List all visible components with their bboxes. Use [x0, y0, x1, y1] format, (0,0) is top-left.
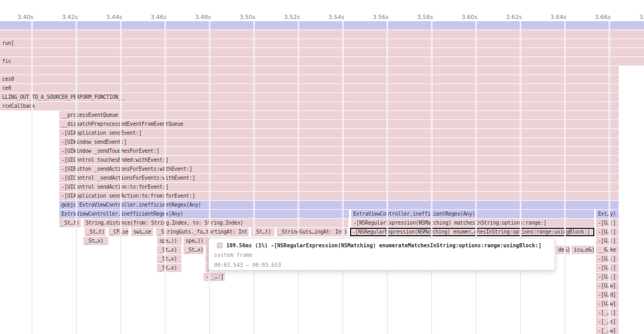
time-ruler[interactable]: 3.40s3.42s3.44s3.46s3.48s3.50s3.52s3.54s… [0, 0, 644, 21]
stack-frame-bar[interactable]: swi…se [131, 228, 153, 236]
tooltip-time-range: 00:03.543 — 00:03.653 [214, 262, 549, 269]
stack-frame-bar[interactable]: _StringGuts…ingAt: Int) [277, 228, 348, 236]
stack-frame-bar[interactable]: __processEventQueue [59, 111, 619, 119]
stack-frame-bar[interactable]: -[U…:] [596, 264, 619, 272]
stack-frame-bar[interactable]: -[UIApplication sendEvent:] [59, 129, 619, 137]
stack-frame-bar[interactable]: -[UIButton _sendActionsForEvents:withEve… [59, 165, 619, 173]
stack-frame-bar[interactable]: run] [0, 39, 644, 48]
stack-frame-bar[interactable]: -[UIControl sendAction:to:forEvent:] [59, 183, 619, 191]
stack-frame-bar[interactable]: ces0 [0, 75, 619, 84]
time-label: 3.48s [185, 14, 222, 21]
stack-frame-bar[interactable]: _St…x) [157, 264, 181, 272]
time-label: 3.66s [584, 14, 621, 21]
time-label: 3.58s [407, 14, 444, 21]
stack-frame-bar[interactable]: -[U…:] [596, 219, 619, 227]
stack-frame-bar[interactable]: String.distance(from: String.Index, to: … [84, 219, 348, 227]
tooltip-color-swatch [217, 243, 223, 248]
instruments-flame-chart-view: run]ficces0ce0LLING_OUT_TO_A_SOURCE0_PER… [0, 0, 644, 334]
stack-frame-bar[interactable]: -[_…:] [596, 309, 619, 317]
time-label: 3.40s [7, 14, 44, 21]
stack-frame-bar[interactable]: ExtraViewController.inefficientRegex(Any… [59, 210, 349, 218]
tooltip-title: 109.56ms (1%) -[NSRegularExpression(NSMa… [226, 243, 541, 248]
time-label: 3.68s [629, 14, 644, 21]
stack-frame-bar[interactable]: Ext…y) [596, 210, 619, 218]
time-label: 3.56s [362, 14, 399, 21]
stack-frame-bar[interactable]: -[UIControl touchesEnded:withEvent:] [59, 156, 619, 164]
stack-frame-bar[interactable]: -[U…w] [596, 300, 619, 308]
stack-frame-bar[interactable]: _CF…se [108, 228, 128, 236]
stack-frame-bar[interactable]: -[U…:] [596, 255, 619, 263]
stack-frame-bar[interactable]: de&) [556, 246, 570, 254]
stack-frame-bar[interactable]: -[UIWindow sendEvent:] [59, 138, 619, 146]
time-label: 3.50s [229, 14, 266, 21]
stack-frame-bar[interactable]: _St…x) [84, 237, 108, 245]
selected-stack-frame-bar[interactable]: -[NSRegularExpression(NSMatching) enumer… [350, 228, 594, 236]
stack-frame-bar[interactable]: icu…e&) [572, 246, 594, 254]
stack-frame-bar[interactable]: @objc ExtraViewController.inefficientReg… [59, 201, 619, 209]
stack-frame-bar[interactable]: ExtraViewController.inefficientRegex(Any… [351, 210, 594, 218]
stack-frame-bar[interactable]: LLING_OUT_TO_A_SOURCE0_PERFORM_FUNCTION_… [0, 93, 619, 101]
stack-frame-bar[interactable] [0, 66, 619, 75]
stack-frame-bar[interactable]: -[NSRegularExpression(NSMatching) matche… [351, 219, 594, 227]
time-label: 3.42s [51, 14, 88, 21]
stack-frame-bar[interactable] [0, 48, 644, 57]
stack-frame-bar[interactable]: _St…x) [157, 255, 181, 263]
stack-frame-bar[interactable]: -[U…:] [596, 237, 619, 245]
frame-tooltip: 109.56ms (1%) -[NSRegularExpression(NSMa… [208, 238, 555, 271]
stack-frame-bar[interactable]: __6…ke [596, 246, 619, 254]
stack-frame-bar[interactable]: -[UIApplication sendAction:to:from:forEv… [59, 192, 619, 200]
stack-frame-bar[interactable]: spe…)) [157, 237, 182, 245]
time-label: 3.52s [273, 14, 310, 21]
stack-frame-bar[interactable]: _St…t) [85, 228, 106, 236]
flame-graph: run]ficces0ce0LLING_OUT_TO_A_SOURCE0_PER… [0, 0, 644, 334]
stack-frame-bar[interactable] [0, 21, 644, 30]
stack-frame-bar[interactable]: rceCallback [0, 102, 619, 110]
stack-frame-bar[interactable]: -[_…:] [204, 273, 225, 281]
stack-frame-bar[interactable]: _St…x) [183, 246, 204, 254]
stack-frame-bar[interactable] [0, 30, 644, 39]
stack-frame-bar[interactable]: -[U…w] [596, 282, 619, 290]
stack-frame-bar[interactable]: _St…t) [59, 219, 81, 227]
stack-frame-bar[interactable]: -[_…w] [596, 327, 619, 334]
time-label: 3.46s [140, 14, 177, 21]
stack-frame-bar[interactable]: -[UIControl _sendActionsForEvents:withEv… [59, 174, 619, 182]
tooltip-subtitle: system frame [214, 252, 549, 259]
stack-frame-bar[interactable]: -[_…s] [596, 318, 619, 326]
stack-frame-bar[interactable]: -[UIWindow _sendTouchesForEvent:] [59, 147, 619, 155]
stack-frame-bar[interactable]: __dispatchPreprocessedEventFromEventQueu… [59, 120, 619, 128]
time-label: 3.64s [540, 14, 577, 21]
time-label: 3.60s [451, 14, 488, 21]
stack-frame-bar[interactable]: ce0 [0, 84, 619, 92]
stack-frame-bar[interactable]: -[U…:] [596, 273, 619, 281]
stack-frame-bar[interactable]: spe…)) [183, 237, 206, 245]
stack-frame-bar[interactable]: _St…x) [157, 246, 181, 254]
stack-frame-bar[interactable]: fic [0, 57, 644, 66]
tooltip-title-row: 109.56ms (1%) -[NSRegularExpression(NSMa… [217, 242, 549, 249]
stack-frame-bar[interactable]: _StringGuts._fo…tartingAt: Int) [156, 228, 249, 236]
stack-frame-bar[interactable]: _St…t) [251, 228, 274, 236]
time-label: 3.44s [96, 14, 133, 21]
time-label: 3.62s [495, 14, 532, 21]
stack-frame-bar[interactable]: -[U…d] [596, 291, 619, 299]
time-label: 3.54s [318, 14, 355, 21]
stack-frame-bar[interactable]: -[U…:] [596, 228, 619, 236]
